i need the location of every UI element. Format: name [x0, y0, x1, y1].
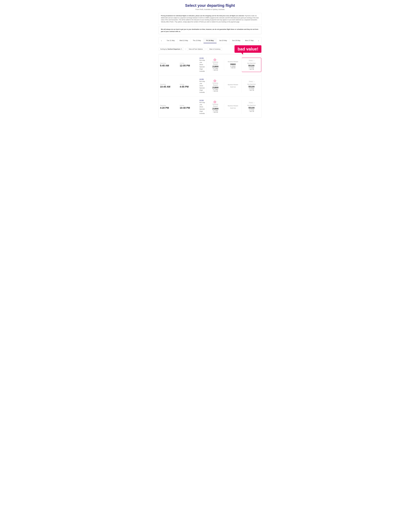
flight-row: Departing 4:20 PM Arriving 10:40 PM VA 5… [159, 97, 261, 118]
economy-alt-cash: + $23.60 [208, 90, 223, 92]
economy-points: 21800 [208, 65, 223, 68]
page-subtitle: From Perth, Australia to Sydney, Austral… [159, 8, 261, 10]
info-icon[interactable]: ? [216, 101, 217, 103]
economy-fare-cell[interactable]: V ? Economy Reward 21800 or 17800 + $23.… [207, 57, 224, 73]
departing-cell: Departing 5:45 AM [159, 61, 178, 69]
economy-sub: Reward [208, 106, 223, 107]
economy-points: 21800 [208, 107, 223, 110]
departing-label: Departing [160, 62, 177, 64]
promo-alt-points: or 47100 [243, 67, 260, 69]
business-label: Business Reward [225, 105, 240, 107]
date-navigation: ‹ Tue 21 May Wed 22 May Thu 23 May Fri 2… [159, 37, 261, 44]
fare-options-button[interactable]: View all Fare Options [187, 47, 204, 51]
promo-info-icon[interactable]: ? [254, 81, 255, 83]
economy-icon-area: V ? [208, 80, 223, 82]
info-icon[interactable]: ? [216, 59, 217, 61]
economy-sub: Reward [208, 63, 223, 65]
economy-circle-icon: V [214, 59, 216, 61]
flight-info-cell: VA 564 Non-stop | 4hr 20min Operator: Vi… [198, 98, 207, 116]
economy-icon-area: V ? [208, 101, 223, 103]
flight-code-link[interactable]: VA 556 [199, 78, 204, 80]
promo-alt-points: or 47100 [243, 88, 260, 90]
info-icon[interactable]: ? [216, 80, 217, 82]
flight-operator: Operator: Virgin Australia [199, 66, 205, 72]
flight-toolbar: Sorting by Earliest Departure ⇅ | View a… [159, 44, 261, 54]
flight-details: Non-stop | 4hr 20min [199, 102, 205, 108]
flight-code-link[interactable]: VA 564 [199, 99, 204, 101]
promo-fare-cell[interactable]: Promo ? Any Seat from 55100 or 47100 + $… [242, 100, 261, 114]
business-label: Business Reward [225, 84, 240, 85]
economy-fare-cell[interactable]: V ? Economy Reward 21800 or 17800 + $23.… [207, 99, 224, 115]
promo-points: 55100 [243, 107, 260, 109]
promo-info-icon[interactable]: ? [254, 60, 255, 61]
toolbar-separator: | [185, 48, 186, 50]
flight-info-cell: VA 552 Non-stop | 4hr 20min Operator: Vi… [198, 55, 207, 74]
arriving-cell: Arriving 4:55 PM [178, 82, 198, 90]
departing-time: 10:45 AM [160, 85, 177, 88]
date-tab-6[interactable]: Mon 27 May [243, 38, 256, 43]
departing-cell: Departing 10:45 AM [159, 82, 178, 90]
promo-alt-points: or 47100 [243, 109, 260, 111]
flight-row: Departing 10:45 AM Arriving 4:55 PM VA 5… [159, 75, 261, 97]
business-sold-out: Sold Out [225, 86, 240, 88]
economy-alt-points: or 17800 [208, 110, 223, 112]
economy-alt-points: or 17800 [208, 89, 223, 90]
business-fare-cell[interactable]: Business Reward 39800 or 35500 + $25.80 [224, 59, 242, 70]
sort-button[interactable]: Sorting by Earliest Departure ⇅ [159, 47, 184, 51]
promo-fare-cell[interactable]: Promo ? Any Seat from 55100 or 47100 + $… [242, 79, 261, 93]
flight-row: Departing 5:45 AM Arriving 12:05 PM VA 5… [159, 54, 261, 75]
page-title: Select your departing flight [159, 3, 261, 8]
business-alt-points: or 35500 [225, 66, 240, 67]
flight-details: Non-stop | 4hr 10min [199, 81, 205, 87]
date-tab-3[interactable]: Fri 24 May [203, 38, 217, 43]
flight-details: Non-stop | 4hr 20min [199, 60, 205, 65]
date-tab-5[interactable]: Sun 26 May [230, 38, 243, 43]
date-tab-0[interactable]: Tue 21 May [164, 38, 177, 43]
prev-date-button[interactable]: ‹ [159, 37, 164, 44]
arriving-label: Arriving [180, 62, 197, 64]
business-points: 39800 [225, 63, 240, 66]
economy-type: Economy [208, 61, 223, 63]
date-tab-2[interactable]: Thu 23 May [190, 38, 203, 43]
promo-fare-cell[interactable]: Promo ? Any Seat from 55100 or 47100 + $… [242, 58, 261, 72]
arriving-label: Arriving [180, 105, 197, 106]
promo-alt-cash: + $47.95 [243, 90, 260, 91]
arriving-cell: Arriving 12:05 PM [178, 61, 198, 69]
economy-alt-points: or 17800 [208, 68, 223, 69]
business-alt-cash: + $25.80 [225, 67, 240, 69]
departing-time: 4:20 PM [160, 107, 177, 109]
business-sold-out: Sold Out [225, 107, 240, 109]
sort-icon: ⇅ [181, 48, 182, 50]
flight-info-cell: VA 556 Non-stop | 4hr 10min Operator: Vi… [198, 76, 207, 95]
promo-points: 55100 [243, 64, 260, 67]
promo-label: Any Seat from [243, 62, 260, 64]
next-date-button[interactable]: › [256, 37, 261, 44]
economy-fare-cell[interactable]: V ? Economy Reward 21800 or 17800 + $23.… [207, 78, 224, 94]
arriving-time: 12:05 PM [180, 64, 197, 67]
guarantee-notice-box: We will always do our best to get you to… [159, 27, 261, 34]
pricing-notice-box: Pricing breakdown for individual flights… [159, 13, 261, 25]
guarantee-notice-text: We will always do our best to get you to… [161, 29, 258, 32]
promo-info-icon[interactable]: ? [254, 102, 255, 104]
promo-alt-cash: + $47.95 [243, 111, 260, 112]
economy-alt-cash: + $23.60 [208, 69, 223, 71]
arriving-label: Arriving [180, 84, 197, 85]
date-tab-4[interactable]: Sat 25 May [217, 38, 230, 43]
date-tab-1[interactable]: Wed 22 May [177, 38, 190, 43]
economy-circle-icon: V [214, 80, 216, 82]
flight-operator: Operator: Virgin Australia [199, 108, 205, 114]
pricing-notice-bold: Pricing breakdown for individual flights… [161, 15, 244, 16]
departing-cell: Departing 4:20 PM [159, 103, 178, 111]
promo-badge: Promo [248, 81, 253, 82]
economy-alt-cash: + $23.60 [208, 112, 223, 113]
promo-alt-cash: + $47.95 [243, 69, 260, 70]
arriving-cell: Arriving 10:40 PM [178, 103, 198, 111]
arriving-time: 10:40 PM [180, 107, 197, 109]
flights-container: Departing 5:45 AM Arriving 12:05 PM VA 5… [159, 54, 261, 118]
currency-button[interactable]: View in Currency [208, 47, 222, 51]
business-fare-cell: Business Reward Sold Out [224, 82, 242, 90]
sort-value: Earliest Departure [168, 48, 180, 50]
departing-time: 5:45 AM [160, 64, 177, 67]
flight-code-link[interactable]: VA 552 [199, 57, 204, 59]
departing-label: Departing [160, 84, 177, 85]
